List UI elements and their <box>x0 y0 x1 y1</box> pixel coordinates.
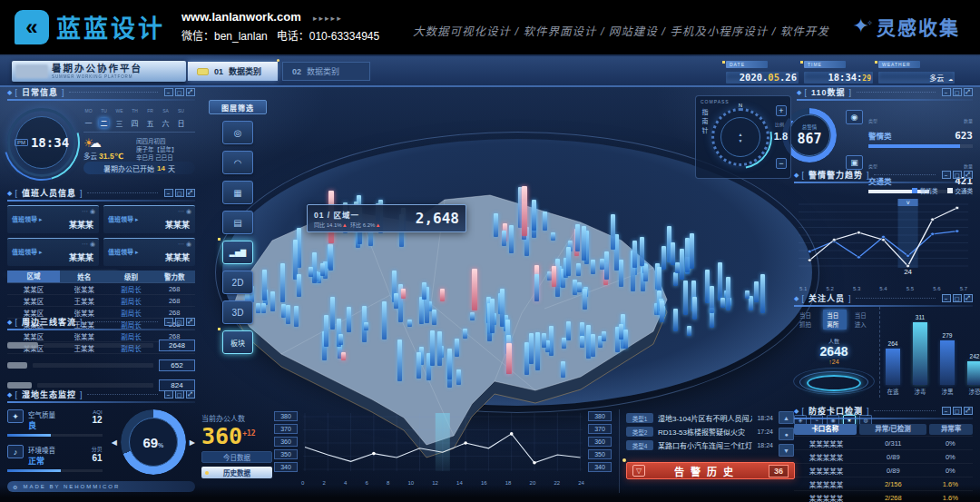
minimize-icon[interactable]: – <box>164 88 173 96</box>
panel-title: 湿地生态监控 <box>22 389 76 400</box>
focus-ring-gauge: 人数 2648 ↑24 <box>794 331 874 413</box>
svg-text:∨: ∨ <box>906 200 910 205</box>
platform-title: 暑期办公协作平台 <box>52 64 186 74</box>
weekday-cell[interactable]: TU二 <box>99 108 109 130</box>
logo-text: 蓝蓝设计 <box>56 9 165 44</box>
bar-value: 264 <box>882 340 904 347</box>
layer-button-3[interactable]: ▦ <box>222 181 253 204</box>
layer-button-5[interactable]: ▂▅▇ <box>222 241 253 264</box>
layer-button-6[interactable]: 2D <box>222 271 253 294</box>
window-icon[interactable]: ▢ <box>175 390 184 399</box>
today-data-button[interactable]: 今日数据 <box>201 451 272 463</box>
focus-bar <box>886 349 900 385</box>
expand-icon[interactable]: ⤢ <box>186 88 195 96</box>
layer-button-4[interactable]: ▤ <box>222 211 253 234</box>
window-icon[interactable]: ▢ <box>953 407 962 415</box>
minimize-icon[interactable]: – <box>164 318 173 326</box>
zoom-in-button[interactable]: + <box>776 105 787 116</box>
table-header-row: 区域姓名 级别警力数 <box>7 271 195 283</box>
air-quality-metric: ✦ 空气质量 良 AQI 12 <box>7 409 103 437</box>
website-link[interactable]: www.lanlanwork.com <box>181 10 301 24</box>
services-tagline: 大数据可视化设计 / 软件界面设计 / 网站建设 / 手机及小程序设计 / 软件… <box>413 22 829 39</box>
layer-filter-title: 图层筛选 <box>209 100 267 114</box>
duty-leader-card[interactable]: 值班领导 ▸⋯ ◉某某某 <box>7 205 99 233</box>
focus-tabs: 当日抓拍当日离所当日进入 <box>796 310 874 330</box>
expand-icon[interactable]: ⤢ <box>186 390 195 399</box>
tab-data-category-1[interactable]: 01 数据类别 <box>188 62 278 81</box>
focus-tab[interactable]: 当日离所 <box>823 310 846 330</box>
x-tick: 12 <box>432 480 438 486</box>
contact-block: www.lanlanwork.com ▸▸▸▸▸ 微信：ben_lanlan 电… <box>181 8 379 45</box>
alert-row[interactable]: 类型1湿地3-104片区有不明人员闯入18:24 <box>626 411 773 425</box>
panel-title: 防疫卡口检测 <box>808 405 863 417</box>
duty-leader-card[interactable]: 值班领导 ▸⋯ ◉某某某 <box>103 238 195 266</box>
minimize-icon[interactable]: – <box>942 88 951 96</box>
minimize-icon[interactable]: – <box>164 189 173 197</box>
focus-bar-chart: 264在逃311涉毒279涉黑242涉恐264上访 <box>879 307 973 398</box>
x-tick: 5.3 <box>853 286 860 291</box>
focus-tab[interactable]: 当日进入 <box>851 310 874 330</box>
passenger-flow-panel: ◆[周边三线客流] –▢⤢ 2648 652 824 <box>7 316 195 395</box>
tab-data-category-2[interactable]: 02 数据类别 <box>282 62 370 81</box>
x-tick: 0 <box>301 480 304 486</box>
scroll-stop-button[interactable]: ● <box>779 428 794 440</box>
window-icon[interactable]: ▢ <box>175 318 184 326</box>
expand-icon[interactable]: ⤢ <box>186 318 195 326</box>
expand-icon[interactable]: ⤢ <box>964 294 973 302</box>
logo: « 蓝蓝设计 <box>15 9 165 44</box>
window-icon[interactable]: ▢ <box>953 294 962 302</box>
duty-leader-card[interactable]: 值班领导 ▸⋯ ◉某某某 <box>7 238 99 266</box>
expand-icon[interactable]: ⤢ <box>964 407 973 415</box>
lunar-calendar: 闰四月初四 庚子年【鼠年】 辛巳月 己巳日 <box>136 137 178 162</box>
platform-subtitle: SUMMER WORKING PLATFORM <box>52 74 172 78</box>
weekday-cell[interactable]: WE三 <box>114 108 124 130</box>
window-icon[interactable]: ▢ <box>953 171 962 179</box>
pan-down-icon[interactable]: ▼ <box>739 138 743 143</box>
window-icon[interactable]: ▢ <box>175 189 184 197</box>
expand-icon[interactable]: ⤢ <box>964 171 973 179</box>
expand-icon[interactable]: ⤢ <box>186 189 195 197</box>
minimize-icon[interactable]: – <box>164 390 173 399</box>
minimize-icon[interactable]: – <box>942 407 951 415</box>
x-tick: 18 <box>505 480 512 486</box>
window-icon[interactable]: ▢ <box>175 88 184 96</box>
zoom-out-button[interactable]: − <box>776 158 787 169</box>
compass-dial[interactable]: N ▲▼ <box>711 108 769 166</box>
minimize-icon[interactable]: – <box>942 294 951 302</box>
weekday-cell[interactable]: SU日 <box>176 108 186 130</box>
inspiration-collect[interactable]: ✦✧ 灵感收集 <box>853 13 960 40</box>
window-icon[interactable]: ▢ <box>953 88 962 96</box>
x-tick: 2 <box>322 480 325 486</box>
office-count-label: 当前办公人数 <box>201 413 278 423</box>
expand-icon[interactable]: ⤢ <box>964 88 973 96</box>
layer-button-7[interactable]: 3D <box>222 300 253 324</box>
weekday-cell[interactable]: FR五 <box>145 108 155 130</box>
time-box: TIME 18:34:29 <box>804 61 873 84</box>
time-label: TIME <box>804 61 846 68</box>
focus-tab[interactable]: 当日抓拍 <box>796 310 818 330</box>
alert-row[interactable]: 类型4某路口有小汽车连闯三个红灯18:24 <box>626 438 773 452</box>
gauge-right-arrow[interactable]: ▶ <box>190 438 195 447</box>
weekday-cell[interactable]: TH四 <box>130 108 140 130</box>
weather-box: WEATHER 多云 ☁ <box>878 61 955 84</box>
panel-title: 关注人员 <box>808 292 845 304</box>
minimize-icon[interactable]: – <box>942 171 951 179</box>
layer-button-1[interactable]: ◎ <box>222 121 253 144</box>
noise-metric: ♪ 环境噪音 正常 分贝 61 <box>7 445 103 472</box>
duty-leader-card[interactable]: 值班领导 ▸⋯ ◉某某某 <box>103 205 195 233</box>
pan-up-icon[interactable]: ▲ <box>739 132 743 137</box>
table-header-row: 卡口名称 异常/已检测 异常率 <box>794 423 973 437</box>
weekday-cell[interactable]: MO一 <box>83 108 93 130</box>
table-row: 某某某某某0/890% <box>794 464 973 477</box>
gauge-left-arrow[interactable]: ◀ <box>112 438 117 447</box>
table-row: 某某某某某2/2681.6% <box>794 491 973 502</box>
alert-history-banner[interactable]: ▽ 告警历史 36 <box>626 462 795 479</box>
layer-button-2[interactable]: ◠ <box>222 151 253 174</box>
layer-button-8[interactable]: 板块 <box>222 330 253 354</box>
history-data-button[interactable]: 历史数据 <box>201 467 272 478</box>
alert-count: 36 <box>769 465 789 477</box>
weekday-cell[interactable]: SA六 <box>161 108 171 130</box>
scroll-down-button[interactable]: ▼ <box>779 444 794 457</box>
scroll-up-button[interactable]: ▲ <box>779 411 794 424</box>
alert-row[interactable]: 类型2RD13-53栋楼报警疑似火灾17:24 <box>626 425 773 438</box>
